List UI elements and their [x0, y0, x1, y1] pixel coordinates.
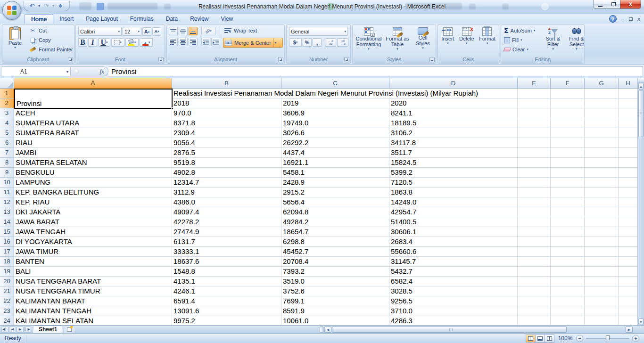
tab-data[interactable]: Data [160, 14, 184, 24]
cell-a[interactable]: DKI JAKARTA [14, 207, 172, 217]
cell-c[interactable]: 7699.1 [281, 296, 389, 306]
cell-g[interactable] [585, 148, 619, 158]
cell-d[interactable]: 9256.5 [389, 296, 518, 306]
bottom-align-button[interactable] [189, 27, 198, 35]
cell-a[interactable]: KALIMANTAN BARAT [14, 296, 172, 306]
row-header-1[interactable]: 1 [0, 89, 14, 98]
cell-b[interactable]: 42278.2 [172, 217, 281, 227]
cell-c[interactable]: 3519.0 [281, 277, 389, 286]
cell-g[interactable] [585, 118, 619, 128]
cell-f[interactable] [551, 207, 585, 217]
align-center-button[interactable] [179, 38, 188, 46]
cell-f[interactable] [551, 227, 585, 237]
cell-c[interactable]: 49284.2 [281, 217, 389, 227]
cell-c[interactable]: 19749.0 [281, 118, 389, 128]
align-right-button[interactable] [189, 38, 198, 46]
cell-d[interactable]: 1863.8 [389, 188, 518, 197]
cell-c[interactable]: 7393.2 [281, 267, 389, 277]
paste-button[interactable]: Paste ▾ [4, 26, 26, 49]
cell-a[interactable]: JAWA TENGAH [14, 227, 172, 237]
cell-g[interactable] [585, 267, 619, 277]
row-header[interactable]: 12 [0, 197, 14, 207]
sheet-tab-sheet1[interactable]: Sheet1 [33, 326, 63, 333]
row-header[interactable]: 6 [0, 138, 14, 148]
cell-c[interactable]: 6298.8 [281, 237, 389, 247]
grow-font-button[interactable]: A▴ [142, 27, 151, 36]
cell-f[interactable] [551, 118, 585, 128]
cell-a[interactable]: NUSA TENGGARA TIMUR [14, 286, 172, 296]
cell-a[interactable]: KEP. RIAU [14, 197, 172, 207]
sort-filter-button[interactable]: AZ Sort & Filter ▾ [543, 25, 563, 51]
cell-f[interactable] [551, 247, 585, 257]
format-cells-dropdown-arrow[interactable]: ▾ [487, 41, 488, 45]
cell-c[interactable]: 3606.9 [281, 108, 389, 118]
format-painter-button[interactable]: Format Painter [28, 45, 74, 54]
cell-c[interactable]: 4437.4 [281, 148, 389, 158]
tab-formulas[interactable]: Formulas [124, 14, 160, 24]
cell-c[interactable]: 10061.0 [281, 316, 389, 325]
row-header[interactable]: 22 [0, 296, 14, 306]
alignment-dialog-launcher[interactable] [278, 57, 283, 62]
cell-e[interactable] [518, 188, 551, 197]
column-header-b[interactable]: B [172, 78, 281, 89]
cell-d[interactable]: 30606.1 [389, 227, 518, 237]
cell-g[interactable] [585, 168, 619, 178]
cell-a[interactable]: JAWA BARAT [14, 217, 172, 227]
close-button[interactable]: X [620, 0, 641, 9]
cell-a[interactable]: LAMPUNG [14, 178, 172, 188]
cell-f[interactable] [551, 267, 585, 277]
column-header-d[interactable]: D [389, 78, 518, 89]
row-header[interactable]: 4 [0, 118, 14, 128]
tab-insert[interactable]: Insert [53, 14, 80, 24]
comma-style-button[interactable]: , [313, 38, 322, 47]
cell-h[interactable] [619, 188, 637, 197]
cell-f[interactable] [551, 138, 585, 148]
sort-filter-dropdown-arrow[interactable]: ▾ [552, 47, 554, 51]
cell-f[interactable] [551, 237, 585, 247]
zoom-in-button[interactable]: + [632, 335, 639, 342]
cell-g[interactable] [585, 247, 619, 257]
row-header[interactable]: 5 [0, 128, 14, 138]
cell-d[interactable]: 31145.7 [389, 257, 518, 267]
row-header[interactable]: 13 [0, 207, 14, 217]
cell-h[interactable] [619, 237, 637, 247]
cell-G1[interactable] [585, 89, 619, 98]
cell-e[interactable] [518, 286, 551, 296]
styles-dialog-launcher[interactable] [429, 57, 435, 62]
cell-b[interactable]: 1548.8 [172, 267, 281, 277]
cell-B1-title[interactable]: Realisasi Investasi Penanaman Modal Dala… [172, 89, 518, 98]
restore-button[interactable] [607, 0, 620, 9]
vertical-scrollbar[interactable]: ▲ ▼ [637, 78, 644, 325]
cell-H2[interactable] [619, 98, 637, 108]
cell-b[interactable]: 8371.8 [172, 118, 281, 128]
merge-center-dropdown-arrow[interactable]: ▾ [273, 38, 277, 47]
cell-e[interactable] [518, 168, 551, 178]
row-header[interactable]: 20 [0, 277, 14, 286]
cell-B2-year[interactable]: 2018 [172, 98, 281, 108]
horizontal-scroll-thumb[interactable] [332, 327, 567, 333]
active-cell-selection[interactable]: Provinsi [14, 89, 173, 109]
cell-H1[interactable] [619, 89, 637, 98]
workbook-close-icon[interactable]: x [637, 16, 640, 22]
cell-d[interactable]: 18189.5 [389, 118, 518, 128]
row-header[interactable]: 19 [0, 267, 14, 277]
clipboard-dialog-launcher[interactable] [68, 57, 73, 62]
top-align-button[interactable] [169, 27, 178, 35]
cell-g[interactable] [585, 207, 619, 217]
cell-c[interactable]: 2915.2 [281, 188, 389, 197]
cell-f[interactable] [551, 108, 585, 118]
shrink-font-button[interactable]: A▾ [152, 27, 161, 36]
tab-page-layout[interactable]: Page Layout [80, 14, 124, 24]
column-header-c[interactable]: C [281, 78, 389, 89]
zoom-slider-thumb[interactable] [606, 335, 610, 342]
cell-g[interactable] [585, 217, 619, 227]
cell-e[interactable] [518, 207, 551, 217]
cell-c[interactable]: 18654.7 [281, 227, 389, 237]
cell-b[interactable]: 3112.9 [172, 188, 281, 197]
font-name-combo[interactable]: Calibri▾ [78, 27, 122, 36]
cell-G2[interactable] [585, 98, 619, 108]
cell-E1[interactable] [518, 89, 551, 98]
cell-e[interactable] [518, 306, 551, 316]
cell-c[interactable]: 62094.8 [281, 207, 389, 217]
cell-b[interactable]: 9975.2 [172, 316, 281, 325]
